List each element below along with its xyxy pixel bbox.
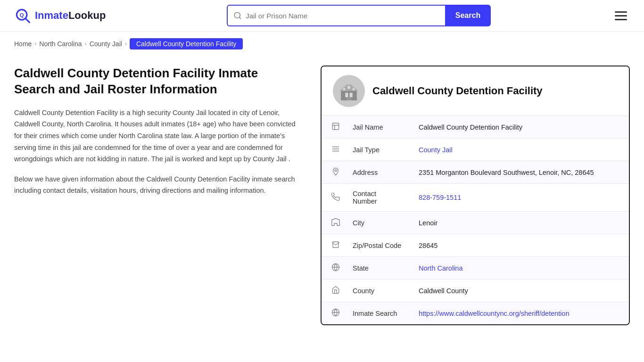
city-icon [322,212,344,234]
svg-rect-14 [332,123,339,130]
svg-line-4 [239,17,241,18]
svg-rect-7 [345,93,348,97]
field-label: Inmate Search [344,302,410,325]
field-link[interactable]: North Carolina [419,264,463,272]
facility-name: Caldwell County Detention Facility [372,85,543,97]
table-row: CityLenoir [322,212,629,234]
table-row: Address2351 Morganton Boulevard Southwes… [322,161,629,184]
table-row: StateNorth Carolina [322,257,629,280]
field-value[interactable]: https://www.caldwellcountync.org/sheriff… [410,302,629,325]
field-label: Zip/Postal Code [344,234,410,257]
right-column: Caldwell County Detention Facility Jail … [321,66,630,325]
breadcrumb-home[interactable]: Home [14,40,32,48]
state-icon [322,257,344,280]
svg-rect-10 [347,86,350,89]
page-desc-1: Caldwell County Detention Facility is a … [14,107,297,165]
location-icon [322,161,344,184]
field-label: City [344,212,410,234]
facility-avatar [333,75,365,107]
table-row: Zip/Postal Code28645 [322,234,629,257]
search-icon [233,11,242,20]
facility-building-icon [338,80,360,102]
table-row: Inmate Searchhttps://www.caldwellcountyn… [322,302,629,325]
table-row: Contact Number828-759-1511 [322,184,629,212]
field-link[interactable]: County Jail [419,146,453,154]
svg-text:Q: Q [20,12,24,18]
field-value[interactable]: 828-759-1511 [410,184,629,212]
field-label: County [344,280,410,302]
svg-point-13 [348,82,350,85]
search-input-wrap [227,5,445,26]
info-card-header: Caldwell County Detention Facility [322,66,629,115]
table-row: Jail NameCaldwell County Detention Facil… [322,116,629,139]
field-value: Caldwell County Detention Facility [410,116,629,139]
jail-icon [322,116,344,139]
zip-icon [322,234,344,257]
hamburger-line [615,15,627,16]
field-label: Jail Type [344,139,410,161]
breadcrumb: Home › North Carolina › County Jail › Ca… [0,32,644,56]
breadcrumb-sep: › [85,41,87,47]
field-value: 28645 [410,234,629,257]
hamburger-button[interactable] [612,8,630,23]
field-link[interactable]: 828-759-1511 [419,194,461,201]
hamburger-line [615,19,627,20]
svg-rect-8 [350,93,353,97]
breadcrumb-sep: › [125,41,127,47]
svg-line-1 [25,18,29,22]
breadcrumb-state[interactable]: North Carolina [39,40,82,48]
table-row: Jail TypeCounty Jail [322,139,629,161]
search-button[interactable]: Search [445,5,491,26]
search-input[interactable] [246,12,439,20]
svg-point-20 [335,170,337,172]
search-area: Search [227,5,491,26]
logo-text: InmateLookup [35,9,106,22]
header: Q InmateLookup Search [0,0,644,32]
field-label: State [344,257,410,280]
county-icon [322,280,344,302]
web-icon [322,302,344,325]
left-column: Caldwell County Detention Facility Inmat… [14,66,306,325]
main-content: Caldwell County Detention Facility Inmat… [0,56,644,344]
hamburger-line [615,11,627,13]
field-value: Lenoir [410,212,629,234]
phone-icon [322,184,344,212]
field-label: Address [344,161,410,184]
logo[interactable]: Q InmateLookup [14,7,106,24]
page-desc-2: Below we have given information about th… [14,173,297,197]
svg-marker-21 [332,219,340,226]
info-card: Caldwell County Detention Facility Jail … [321,66,630,325]
field-value[interactable]: County Jail [410,139,629,161]
table-row: CountyCaldwell County [322,280,629,302]
field-value: 2351 Morganton Boulevard Southwest, Leno… [410,161,629,184]
breadcrumb-type[interactable]: County Jail [90,40,122,48]
field-value[interactable]: North Carolina [410,257,629,280]
svg-rect-9 [343,88,346,90]
type-icon [322,139,344,161]
svg-rect-12 [346,97,352,100]
breadcrumb-sep: › [34,41,36,47]
info-table: Jail NameCaldwell County Detention Facil… [322,115,629,324]
field-label: Contact Number [344,184,410,212]
field-label: Jail Name [344,116,410,139]
logo-icon: Q [14,7,31,24]
breadcrumb-current: Caldwell County Detention Facility [130,38,243,49]
svg-rect-11 [353,88,355,90]
field-value: Caldwell County [410,280,629,302]
field-link[interactable]: https://www.caldwellcountync.org/sheriff… [419,310,570,317]
page-title: Caldwell County Detention Facility Inmat… [14,66,297,98]
